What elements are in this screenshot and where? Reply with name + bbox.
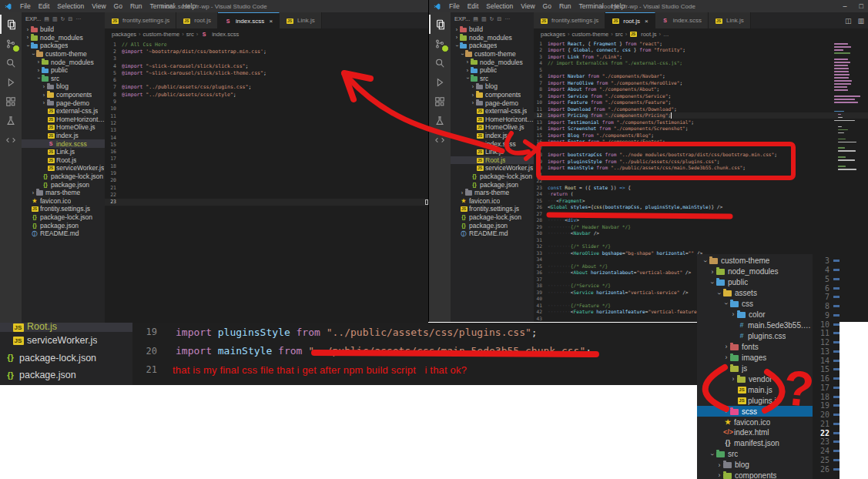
- tree-item-Root.js[interactable]: JSRoot.js: [0, 323, 132, 332]
- tree-item-Link.js[interactable]: JSLink.js: [22, 148, 105, 156]
- files-icon[interactable]: [0, 15, 22, 34]
- menu-selection[interactable]: Selection: [482, 2, 517, 10]
- tree-item-node_modules[interactable]: ›node_modules: [22, 58, 105, 66]
- search-icon[interactable]: [429, 53, 451, 72]
- breadcrumb-item[interactable]: src: [615, 31, 623, 38]
- breadcrumb-item[interactable]: …: [663, 31, 669, 38]
- menu-file[interactable]: File: [16, 2, 35, 10]
- new-folder-icon[interactable]: ▥: [481, 16, 487, 22]
- tree-item-page-demo[interactable]: ›page-demo: [22, 99, 105, 107]
- tree-item-blog[interactable]: ›blog: [22, 82, 105, 91]
- breadcrumb-item[interactable]: custom-theme: [572, 31, 609, 38]
- split-editor-icon[interactable]: ◫: [845, 17, 852, 25]
- more-actions-icon[interactable]: ⋯: [75, 16, 81, 22]
- tree-item-page-demo[interactable]: ›page-demo: [451, 99, 534, 107]
- minimize-button[interactable]: –: [843, 2, 847, 10]
- tree-item-src[interactable]: ›src: [451, 75, 534, 83]
- tree-item-frontity.settings.js[interactable]: JSfrontity.settings.js: [22, 205, 105, 213]
- tree-item-serviceWorker.js[interactable]: JSserviceWorker.js: [0, 332, 132, 350]
- tree-item-mars-theme[interactable]: ›mars-theme: [451, 189, 534, 197]
- tree-item-favicon.ico[interactable]: ★favicon.ico: [451, 196, 534, 205]
- code-editor[interactable]: 1// All Css Here2@import '~bootstrap/dis…: [105, 41, 428, 206]
- collapse-all-icon[interactable]: ⊟: [497, 16, 501, 22]
- tree-item-serviceWorker.js[interactable]: JSserviceWorker.js: [451, 164, 534, 173]
- tree-item-custom-theme[interactable]: ›custom-theme: [451, 50, 534, 59]
- tree-item-index.scss[interactable]: Sindex.scss: [451, 139, 534, 148]
- tree-item-packages[interactable]: ›packages: [22, 42, 105, 50]
- tree-item-package-lock.json[interactable]: {}package-lock.json: [451, 173, 534, 181]
- source-control-icon[interactable]: [429, 34, 451, 53]
- tree-item-src[interactable]: ›src: [697, 449, 813, 460]
- menu-edit[interactable]: Edit: [35, 2, 54, 10]
- tree-item-scss[interactable]: ›scss: [697, 406, 813, 417]
- tree-item-blog[interactable]: ›blog: [697, 460, 813, 471]
- breadcrumb-item[interactable]: root.js: [641, 31, 656, 38]
- tree-item-index.html[interactable]: </>index.html: [697, 427, 813, 438]
- tree-item-node_modules[interactable]: ›node_modules: [451, 58, 534, 66]
- tree-item-index.scss[interactable]: Sindex.scss: [22, 139, 105, 148]
- tree-item-Root.js[interactable]: JSRoot.js: [22, 156, 105, 165]
- refresh-icon[interactable]: ↻: [490, 16, 494, 22]
- tree-item-assets[interactable]: ›assets: [697, 288, 813, 299]
- test-icon[interactable]: [0, 111, 22, 130]
- tree-item-HomeOlive.js[interactable]: JSHomeOlive.js: [451, 123, 534, 132]
- close-icon[interactable]: ×: [269, 18, 273, 25]
- tab-index.scss[interactable]: Sindex.scss×: [218, 12, 280, 28]
- tree-item-frontity.settings.js[interactable]: JSfrontity.settings.js: [451, 205, 534, 213]
- tree-item-public[interactable]: ›public: [22, 66, 105, 75]
- extensions-icon[interactable]: [429, 92, 451, 111]
- tree-item-src[interactable]: ›src: [22, 75, 105, 83]
- tree-item-public[interactable]: ›public: [697, 277, 813, 288]
- tree-item-vendor[interactable]: ›vendor: [697, 373, 813, 384]
- breadcrumb-item[interactable]: index.scss: [212, 31, 239, 38]
- refresh-icon[interactable]: ↻: [61, 16, 65, 22]
- tree-item-package.json[interactable]: {}package.json: [22, 180, 105, 189]
- source-control-icon[interactable]: [0, 34, 22, 53]
- tree-item-public[interactable]: ›public: [451, 66, 534, 75]
- tab-root.js[interactable]: JSroot.js×: [605, 12, 655, 28]
- tab-frontity.settings.js[interactable]: JSfrontity.settings.js: [534, 12, 605, 28]
- menu-file[interactable]: File: [445, 2, 464, 10]
- tree-item-favicon.ico[interactable]: ★favicon.ico: [22, 196, 105, 205]
- menu-view[interactable]: View: [88, 2, 109, 10]
- new-file-icon[interactable]: ▤: [473, 16, 478, 22]
- tree-item-README.md[interactable]: ⓘREADME.md: [451, 229, 534, 238]
- tree-item-manifest.json[interactable]: {}manifest.json: [697, 438, 813, 449]
- breadcrumb-item[interactable]: src: [186, 31, 194, 38]
- tree-item-components[interactable]: ›components: [451, 91, 534, 99]
- tree-item-build[interactable]: ›build: [451, 25, 534, 34]
- tree-item-main.js[interactable]: JSmain.js: [697, 384, 813, 395]
- tab-Link.js[interactable]: JSLink.js: [280, 12, 322, 28]
- tree-item-index.js[interactable]: JSindex.js: [22, 132, 105, 140]
- tree-item-serviceWorker.js[interactable]: JSserviceWorker.js: [22, 164, 105, 173]
- breadcrumb-item[interactable]: packages: [112, 31, 136, 38]
- tree-item-package.json[interactable]: {}package.json: [451, 180, 534, 189]
- breadcrumb-item[interactable]: custom-theme: [143, 31, 180, 38]
- tree-item-fonts[interactable]: ›fonts: [697, 342, 813, 353]
- layout-icon[interactable]: ▥: [857, 17, 864, 25]
- tree-item-node_modules[interactable]: ›node_modules: [697, 266, 813, 277]
- tab-root.js[interactable]: JSroot.js: [176, 12, 218, 28]
- tree-item-package.json[interactable]: {}package.json: [451, 221, 534, 229]
- tree-item-mars-theme[interactable]: ›mars-theme: [22, 189, 105, 197]
- breadcrumb[interactable]: packages›custom-theme›src›JSroot.js›…: [534, 28, 868, 39]
- menu-selection[interactable]: Selection: [53, 2, 88, 10]
- close-icon[interactable]: ×: [645, 18, 648, 25]
- minimap[interactable]: [834, 43, 865, 175]
- test-icon[interactable]: [429, 111, 451, 130]
- menu-go[interactable]: Go: [110, 2, 126, 10]
- tree-item-components[interactable]: ›components: [697, 471, 813, 479]
- tree-item-package-lock.json[interactable]: {}package-lock.json: [451, 213, 534, 222]
- run-debug-icon[interactable]: [429, 72, 451, 92]
- tree-item-package.json[interactable]: {}package.json: [22, 221, 105, 229]
- breadcrumb-item[interactable]: packages: [541, 31, 565, 38]
- menu-run[interactable]: Run: [555, 2, 575, 10]
- tree-item-images[interactable]: ›images: [697, 352, 813, 363]
- tree-item-js[interactable]: ›js: [697, 363, 813, 373]
- tab-Link.js[interactable]: JSLink.js: [709, 12, 751, 28]
- tab-index.scss[interactable]: Sindex.scss: [655, 12, 709, 28]
- menu-run[interactable]: Run: [126, 2, 146, 10]
- tree-item-blog[interactable]: ›blog: [451, 82, 534, 91]
- menu-edit[interactable]: Edit: [464, 2, 483, 10]
- tree-item-package-lock.json[interactable]: {}package-lock.json: [22, 173, 105, 181]
